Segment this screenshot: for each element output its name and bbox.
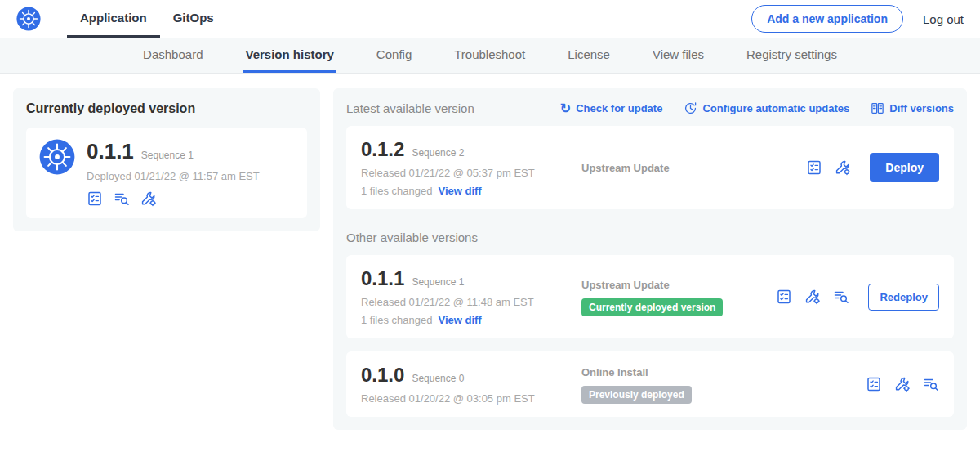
release-notes-icon[interactable] <box>866 376 882 392</box>
files-changed-label: 1 files changed <box>361 185 432 197</box>
version-card-0-1-1: 0.1.1 Sequence 1 Released 01/21/22 @ 11:… <box>346 255 954 338</box>
version-info-column: 0.1.1 Sequence 1 Released 01/21/22 @ 11:… <box>361 267 575 326</box>
tab-gitops[interactable]: GitOps <box>160 0 227 38</box>
subnav-item-registry-settings[interactable]: Registry settings <box>745 38 839 73</box>
version-actions: Deploy <box>806 153 939 182</box>
view-diff-link[interactable]: View diff <box>438 314 481 326</box>
clock-refresh-icon <box>684 101 697 115</box>
view-diff-icon[interactable] <box>923 376 939 392</box>
logout-link[interactable]: Log out <box>923 12 964 26</box>
version-source-label: Upstream Update <box>581 162 670 174</box>
diff-versions-link[interactable]: Diff versions <box>871 101 954 115</box>
released-timestamp: Released 01/20/22 @ 03:05 pm EST <box>361 392 575 405</box>
diff-versions-icon <box>871 101 884 115</box>
deployed-panel-title: Currently deployed version <box>26 101 307 116</box>
sequence-label: Sequence 1 <box>412 276 464 288</box>
other-versions-title: Other available versions <box>346 230 954 244</box>
tab-gitops-label: GitOps <box>173 11 214 25</box>
subnav-item-version-history[interactable]: Version history <box>243 38 335 73</box>
diff-versions-label: Diff versions <box>889 102 954 114</box>
version-number: 0.1.1 <box>361 267 404 290</box>
topbar: Application GitOps Add a new application… <box>0 0 980 38</box>
version-card-latest: 0.1.2 Sequence 2 Released 01/21/22 @ 05:… <box>346 126 954 209</box>
check-for-update-label: Check for update <box>576 102 662 114</box>
latest-version-title: Latest available version <box>346 101 474 115</box>
version-card-0-1-0: 0.1.0 Sequence 0 Released 01/20/22 @ 03:… <box>346 351 954 417</box>
deployed-version-number: 0.1.1 <box>87 139 134 164</box>
view-diff-icon[interactable] <box>114 190 130 207</box>
redeploy-button[interactable]: Redeploy <box>868 284 939 311</box>
topbar-right: Add a new application Log out <box>751 5 964 33</box>
app-logo-icon <box>39 139 75 175</box>
version-source-column: Upstream Update Currently deployed versi… <box>575 277 776 316</box>
release-notes-icon[interactable] <box>806 159 822 176</box>
sequence-label: Sequence 2 <box>412 147 464 159</box>
currently-deployed-badge: Currently deployed version <box>581 298 723 316</box>
version-source-column: Online Install Previously deployed <box>575 365 866 404</box>
subnav-item-view-files[interactable]: View files <box>651 38 706 73</box>
deployed-action-icons <box>87 190 260 207</box>
subnav-item-config[interactable]: Config <box>375 38 413 73</box>
view-diff-icon[interactable] <box>833 289 849 305</box>
app-subnav: Dashboard Version history Config Trouble… <box>0 38 980 74</box>
sequence-label: Sequence 0 <box>412 373 464 384</box>
version-info-column: 0.1.2 Sequence 2 Released 01/21/22 @ 05:… <box>361 138 575 197</box>
previously-deployed-badge: Previously deployed <box>581 386 692 404</box>
subnav-item-dashboard[interactable]: Dashboard <box>141 38 204 73</box>
subnav-item-license[interactable]: License <box>566 38 612 73</box>
check-for-update-link[interactable]: ↻ Check for update <box>560 102 663 115</box>
subnav-item-troubleshoot[interactable]: Troubleshoot <box>452 38 527 73</box>
configure-automatic-updates-label: Configure automatic updates <box>702 102 849 114</box>
tab-application[interactable]: Application <box>67 0 160 38</box>
version-actions: Redeploy <box>776 284 939 311</box>
release-notes-icon[interactable] <box>776 289 792 305</box>
deploy-button[interactable]: Deploy <box>870 153 939 182</box>
version-number: 0.1.2 <box>361 138 404 161</box>
refresh-icon: ↻ <box>560 102 571 115</box>
version-history-panel: Latest available version ↻ Check for upd… <box>333 88 967 430</box>
deployed-timestamp: Deployed 01/21/22 @ 11:57 am EST <box>87 170 260 182</box>
version-info-column: 0.1.0 Sequence 0 Released 01/20/22 @ 03:… <box>361 364 575 405</box>
released-timestamp: Released 01/21/22 @ 11:48 am EST <box>361 296 575 308</box>
kubernetes-logo-icon <box>16 7 41 31</box>
version-source-label: Upstream Update <box>581 279 670 291</box>
released-timestamp: Released 01/21/22 @ 05:37 pm EST <box>361 167 575 179</box>
versions-panel-header: Latest available version ↻ Check for upd… <box>346 101 954 115</box>
view-diff-link[interactable]: View diff <box>438 185 481 197</box>
main-content: Currently deployed version 0.1.1 Sequenc… <box>0 74 980 445</box>
config-icon[interactable] <box>140 190 157 207</box>
top-nav: Application GitOps <box>67 0 227 38</box>
version-number: 0.1.0 <box>361 364 404 387</box>
deployed-version-card: 0.1.1 Sequence 1 Deployed 01/21/22 @ 11:… <box>26 128 307 218</box>
configure-automatic-updates-link[interactable]: Configure automatic updates <box>684 101 849 115</box>
deployed-version-info: 0.1.1 Sequence 1 Deployed 01/21/22 @ 11:… <box>87 139 260 207</box>
config-icon[interactable] <box>835 159 851 176</box>
version-header-actions: ↻ Check for update Configure automatic u… <box>560 101 954 115</box>
files-changed-label: 1 files changed <box>361 314 432 326</box>
release-notes-icon[interactable] <box>87 190 103 207</box>
version-source-label: Online Install <box>581 366 648 378</box>
deployed-sequence-label: Sequence 1 <box>141 150 194 161</box>
config-icon[interactable] <box>804 289 821 305</box>
add-application-button[interactable]: Add a new application <box>751 5 903 33</box>
version-source-column: Upstream Update <box>575 160 806 175</box>
config-icon[interactable] <box>894 376 911 392</box>
currently-deployed-panel: Currently deployed version 0.1.1 Sequenc… <box>13 88 320 231</box>
version-actions <box>866 376 939 392</box>
tab-application-label: Application <box>80 11 147 25</box>
